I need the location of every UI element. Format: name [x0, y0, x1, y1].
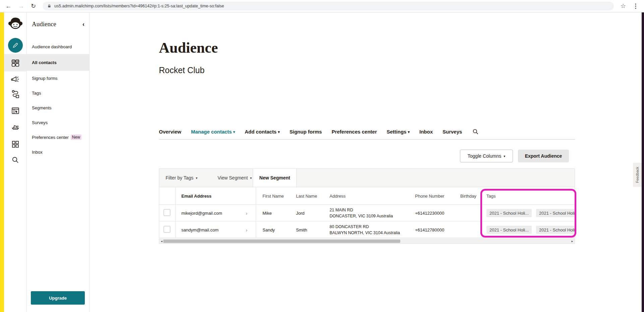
header-tags[interactable]: Tags [486, 193, 495, 198]
view-segment-dropdown[interactable]: View Segment ▾ [218, 175, 252, 180]
tab-manage-contacts[interactable]: Manage contacts▾ [191, 129, 235, 135]
cell-phone: +61412780000 [415, 227, 444, 232]
tab-inbox[interactable]: Inbox [419, 129, 433, 135]
bookmark-star-icon[interactable]: ☆ [621, 3, 626, 9]
tab-label: Overview [159, 129, 181, 135]
table-header-row: Email Address First Name Last Name Addre… [159, 187, 575, 205]
browser-reload-icon[interactable]: ↻ [31, 3, 36, 9]
mailchimp-logo[interactable] [4, 16, 27, 31]
website-builder-icon[interactable] [4, 106, 27, 115]
caret-down-icon: ▾ [278, 130, 280, 134]
filter-by-tags-label: Filter by Tags [166, 175, 193, 180]
cell-first-name: Mike [262, 210, 272, 215]
browser-toolbar: ← → ↻ us5.admin.mailchimp.com/lists/memb… [0, 0, 644, 12]
nav-item-signup-forms[interactable]: Signup forms [27, 71, 89, 86]
nav-item-tags[interactable]: Tags [27, 86, 89, 100]
nav-item-all-contacts[interactable]: All contacts [27, 54, 89, 71]
address-line2: DONCASTER, VIC 3109 Australia [330, 214, 393, 218]
create-button[interactable] [4, 38, 27, 53]
nav-item-surveys[interactable]: Surveys [27, 115, 89, 130]
nav-item-label: Segments [32, 105, 52, 110]
header-email-address[interactable]: Email Address [181, 193, 212, 198]
automations-route-icon[interactable] [4, 90, 27, 98]
upgrade-button[interactable]: Upgrade [31, 291, 85, 305]
toggle-columns-label: Toggle Columns [468, 153, 501, 159]
cell-last-name: Smith [296, 227, 307, 232]
tag-pill[interactable]: 2021 - School Holi... [486, 209, 532, 217]
brand-yellow-strip [0, 12, 4, 312]
campaigns-megaphone-icon[interactable] [4, 75, 27, 84]
chevron-right-icon[interactable]: › [246, 227, 247, 233]
tab-label: Preferences center [332, 129, 377, 135]
tab-signup-forms[interactable]: Signup forms [290, 129, 322, 135]
horizontal-scrollbar[interactable]: ◄ ► [159, 239, 575, 244]
tab-surveys[interactable]: Surveys [443, 129, 462, 135]
tab-label: Inbox [419, 129, 433, 135]
contacts-table: Email Address First Name Last Name Addre… [159, 187, 575, 238]
tab-preferences-center[interactable]: Preferences center [332, 129, 377, 135]
nav-item-segments[interactable]: Segments [27, 100, 89, 115]
nav-panel-title: Audience [32, 20, 56, 28]
tag-pill[interactable]: 2021 - School Holi... [536, 209, 575, 217]
cell-tags: 2021 - School Holi... 2021 - School Holi… [482, 209, 575, 217]
address-bar[interactable]: us5.admin.mailchimp.com/lists/members?id… [43, 2, 614, 10]
nav-item-label: Inbox [32, 150, 43, 155]
header-phone-number[interactable]: Phone Number [415, 193, 444, 198]
audience-nav-panel: Audience ‹ Audience dashboard All contac… [27, 12, 90, 312]
row-checkbox[interactable] [164, 226, 170, 233]
filter-by-tags-dropdown[interactable]: Filter by Tags ▾ [166, 175, 197, 180]
new-segment-button[interactable]: New Segment [253, 169, 297, 187]
contact-email-link[interactable]: mikejord@gmail.com [181, 210, 222, 215]
tab-label: Add contacts [245, 129, 277, 135]
cell-first-name: Sandy [262, 227, 275, 232]
audience-tabs: Overview Manage contacts▾ Add contacts▾ … [159, 128, 479, 135]
app-frame: Audience ‹ Audience dashboard All contac… [0, 12, 644, 312]
audience-icon[interactable] [4, 59, 27, 67]
lock-icon [47, 4, 51, 8]
nav-item-label: Signup forms [32, 76, 58, 81]
tab-label: Settings [387, 129, 406, 135]
header-last-name[interactable]: Last Name [296, 193, 317, 198]
tab-settings[interactable]: Settings▾ [387, 129, 410, 135]
cell-address: 80 DONCASTER RD BALWYN NORTH, VIC 3104 A… [330, 224, 400, 236]
icon-rail [4, 12, 27, 312]
header-address[interactable]: Address [330, 193, 346, 198]
tab-label: Manage contacts [191, 129, 232, 135]
table-row: sandym@mail.com › Sandy Smith 80 DONCAST… [159, 221, 575, 238]
row-checkbox[interactable] [164, 209, 170, 216]
feedback-tab[interactable]: Feedback [633, 163, 642, 187]
browser-menu-icon[interactable]: ⋮ [633, 3, 639, 9]
address-line1: 21 MAIN RD [330, 207, 353, 212]
chevron-right-icon[interactable]: › [246, 210, 247, 216]
scroll-right-icon[interactable]: ► [571, 239, 574, 244]
browser-back-icon[interactable]: ← [5, 3, 11, 9]
tag-pill[interactable]: 2021 - School Holi... [536, 226, 575, 234]
address-line2: BALWYN NORTH, VIC 3104 Australia [330, 230, 400, 235]
contact-email-link[interactable]: sandym@mail.com [181, 227, 219, 232]
browser-forward-icon[interactable]: → [18, 3, 24, 9]
nav-item-preferences-center[interactable]: Preferences center New [27, 130, 89, 145]
view-segment-label: View Segment [218, 175, 248, 180]
nav-item-label: All contacts [32, 60, 57, 65]
rail-search-icon[interactable] [4, 156, 27, 164]
header-birthday[interactable]: Birthday [460, 193, 476, 198]
integrations-grid-icon[interactable] [4, 140, 27, 148]
export-audience-button[interactable]: Export Audience [518, 150, 569, 162]
feedback-label: Feedback [635, 167, 639, 183]
tab-add-contacts[interactable]: Add contacts▾ [245, 129, 280, 135]
tab-overview[interactable]: Overview [159, 129, 181, 135]
table-row: mikejord@gmail.com › Mike Jord 21 MAIN R… [159, 205, 575, 221]
tag-pill[interactable]: 2021 - School Holi... [486, 226, 532, 234]
nav-item-audience-dashboard[interactable]: Audience dashboard [27, 39, 89, 54]
url-text: us5.admin.mailchimp.com/lists/members?id… [54, 4, 224, 8]
collapse-panel-icon[interactable]: ‹ [82, 21, 84, 28]
brand-hat-icon[interactable] [4, 123, 27, 132]
tabs-divider [159, 139, 575, 140]
scrollbar-thumb[interactable] [163, 240, 400, 243]
scroll-left-icon[interactable]: ◄ [160, 239, 163, 244]
nav-item-inbox[interactable]: Inbox [27, 145, 89, 159]
header-first-name[interactable]: First Name [262, 193, 284, 198]
caret-down-icon: ▾ [408, 130, 410, 134]
contacts-search-icon[interactable] [472, 128, 479, 135]
toggle-columns-button[interactable]: Toggle Columns ▾ [460, 150, 513, 162]
